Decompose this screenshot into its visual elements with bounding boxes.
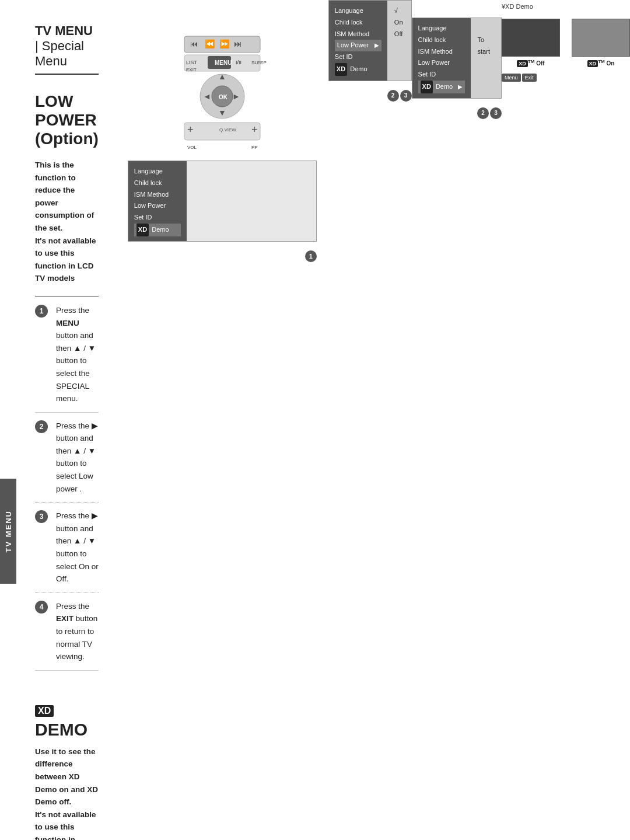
menu-item: Set ID	[335, 51, 382, 63]
menu-screen-1: Language Child lock ISM Method Low Power…	[128, 161, 317, 242]
step-text-3: Press the ▶ button and then ▲ / ▼ button…	[56, 510, 99, 585]
svg-text:⏭: ⏭	[234, 39, 242, 48]
badge-3b: 3	[490, 107, 502, 119]
xd-logo-small: XD	[136, 224, 149, 236]
menu-arrow: ▶	[374, 40, 379, 51]
menu-screen-3-section: Language Child lock ISM Method Low Power…	[412, 18, 502, 840]
xd-off-label: XDTM Off	[502, 59, 560, 67]
menu-item: ISM Method	[134, 189, 181, 201]
menu-screen-1-section: Language Child lock ISM Method Low Power…	[128, 161, 317, 262]
remote-control-image: ⏮ ⏪ ⏩ ⏭ LIST MENU I/II EXIT SLEEP OK ▲	[167, 35, 278, 152]
step-text-1: Press the MENU button and then ▲ / ▼ but…	[56, 304, 99, 405]
menu-item: Language	[335, 5, 382, 17]
step-number-2: 2	[35, 420, 48, 433]
yen-xd-label: ¥XD Demo	[502, 3, 630, 10]
xd-on-item: XDTM On	[572, 19, 630, 67]
low-power-description: This is the function to reduce the power…	[35, 159, 99, 285]
menu-item-highlight: XD Demo	[134, 224, 181, 236]
menu-item: Language	[134, 166, 181, 177]
right-panel: ⏮ ⏪ ⏩ ⏭ LIST MENU I/II EXIT SLEEP OK ▲	[122, 0, 328, 840]
svg-text:LIST: LIST	[186, 60, 198, 65]
badge-1: 1	[305, 250, 317, 262]
svg-text:⏩: ⏩	[219, 39, 230, 49]
xd-demo-section: XD DEMO Use it to see the difference bet…	[35, 700, 99, 840]
menu-item: Child lock	[335, 17, 382, 29]
svg-text:+: +	[187, 124, 194, 135]
low-power-steps: 1 Press the MENU button and then ▲ / ▼ b…	[35, 297, 99, 671]
badge-2b: 2	[477, 107, 489, 119]
menu-item: ISM Method	[418, 46, 465, 58]
svg-text:⏮: ⏮	[190, 39, 198, 48]
low-power-title: LOW POWER (Option)	[35, 92, 99, 148]
side-tab-label: TV MENU	[4, 510, 13, 553]
menu-item: Language	[418, 23, 465, 34]
menu-item: Child lock	[418, 34, 465, 46]
menu-option-to-start: To start	[478, 34, 494, 58]
svg-text:I/II: I/II	[236, 60, 242, 65]
menu-exit-badge: Menu Exit	[502, 74, 537, 82]
svg-text:MENU: MENU	[215, 60, 232, 66]
menu-left-2: Language Child lock ISM Method Low Power…	[329, 1, 387, 81]
side-tab: TV MENU	[0, 479, 16, 584]
header-title: TV MENU | Special Menu	[35, 23, 93, 68]
xd-comparison: XDTM Off XDTM On	[502, 19, 630, 67]
menu-option: Off	[394, 29, 404, 40]
step-text-4: Press the EXIT button to return to norma…	[56, 600, 99, 663]
step-item: 4 Press the EXIT button to return to nor…	[35, 593, 99, 671]
svg-text:▼: ▼	[218, 108, 226, 117]
menu-right-3: To start	[471, 18, 501, 98]
step-item: 3 Press the ▶ button and then ▲ / ▼ butt…	[35, 503, 99, 593]
step-number-4: 4	[35, 601, 48, 614]
menu-item-highlight: XD Demo ▶	[418, 81, 465, 93]
menu-left-3: Language Child lock ISM Method Low Power…	[412, 18, 471, 98]
page-header: TV MENU | Special Menu	[35, 23, 99, 75]
menu-button-label: Menu	[502, 74, 521, 82]
svg-text:+: +	[251, 124, 258, 135]
menu-arrow: ▶	[458, 82, 463, 92]
remote-control-section: ⏮ ⏪ ⏩ ⏭ LIST MENU I/II EXIT SLEEP OK ▲	[128, 35, 317, 152]
svg-text:VOL: VOL	[187, 145, 197, 150]
menu-item: Set ID	[134, 212, 181, 224]
exit-button-label: Exit	[522, 74, 537, 82]
menu-item: Child lock	[134, 177, 181, 189]
menu-item-highlight: Low Power ▶	[335, 40, 382, 51]
step-number-3: 3	[35, 510, 48, 523]
svg-text:▲: ▲	[218, 72, 226, 81]
menu-item: Low Power	[134, 200, 181, 212]
svg-text:⏪: ⏪	[205, 39, 215, 49]
menu-screen-2: Language Child lock ISM Method Low Power…	[328, 0, 412, 81]
badge-3: 3	[400, 90, 412, 102]
menu-item: ISM Method	[335, 29, 382, 40]
svg-text:Q.VIEW: Q.VIEW	[219, 127, 236, 133]
xd-off-image	[502, 19, 560, 57]
xd-demo-description: Use it to see the difference between XD …	[35, 745, 99, 840]
svg-text:◄: ◄	[203, 92, 211, 101]
svg-text:►: ►	[232, 92, 240, 101]
menu-screen-3: Language Child lock ISM Method Low Power…	[412, 18, 502, 99]
xd-off-item: XDTM Off	[502, 19, 560, 67]
menu-item: Low Power	[418, 57, 465, 69]
menu-option: √ On	[394, 5, 404, 29]
xd-demo-title: XD DEMO	[35, 700, 99, 740]
svg-text:OK: OK	[219, 94, 228, 100]
menu-left-1: Language Child lock ISM Method Low Power…	[128, 161, 187, 241]
xd-comparison-section: ¥XD Demo XDTM Off XDTM On Menu	[502, 0, 630, 840]
step-number-1: 1	[35, 305, 48, 318]
xd-on-label: XDTM On	[572, 59, 630, 67]
page-container: TV MENU TV MENU | Special Menu LOW POWER…	[0, 0, 630, 840]
xd-on-image	[572, 19, 630, 57]
menu-right-2: √ On Off	[387, 1, 411, 81]
svg-text:EXIT: EXIT	[186, 67, 197, 72]
step-item: 2 Press the ▶ button and then ▲ / ▼ butt…	[35, 413, 99, 503]
svg-text:SLEEP: SLEEP	[251, 60, 267, 65]
badge-2: 2	[387, 90, 399, 102]
xd-logo: XD	[35, 705, 54, 717]
low-power-section: LOW POWER (Option) This is the function …	[35, 92, 99, 671]
svg-text:PP: PP	[251, 145, 258, 150]
step-text-2: Press the ▶ button and then ▲ / ▼ button…	[56, 420, 99, 496]
main-content: TV MENU | Special Menu LOW POWER (Option…	[18, 0, 122, 840]
menu-item: XD Demo	[335, 63, 382, 76]
menu-screen-2-section: Language Child lock ISM Method Low Power…	[328, 0, 412, 840]
step-item: 1 Press the MENU button and then ▲ / ▼ b…	[35, 297, 99, 413]
menu-item: Set ID	[418, 69, 465, 81]
